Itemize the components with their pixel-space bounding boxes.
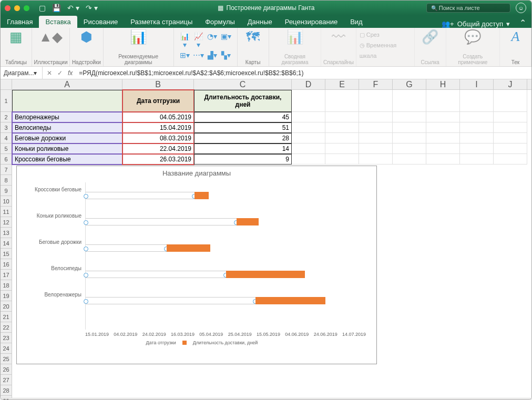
ribbon-text[interactable]: AТек: [500, 28, 531, 66]
cell[interactable]: 9: [194, 154, 292, 165]
tab-formulas[interactable]: Формулы: [199, 16, 241, 28]
row-header[interactable]: 6: [1, 154, 12, 165]
tab-draw[interactable]: Рисование: [77, 16, 124, 28]
cell[interactable]: [494, 122, 527, 133]
col-header-e[interactable]: E: [325, 79, 359, 89]
undo-icon[interactable]: ↶ ▾: [67, 4, 79, 12]
cell[interactable]: [292, 154, 325, 165]
row-header[interactable]: 28: [1, 385, 12, 396]
tab-page-layout[interactable]: Разметка страницы: [124, 16, 199, 28]
col-header-a[interactable]: A: [12, 79, 122, 89]
cell[interactable]: Дата отгрузки: [122, 90, 194, 112]
cell[interactable]: [460, 143, 494, 154]
autosave-icon[interactable]: ▢: [39, 4, 46, 12]
row-header[interactable]: 24: [1, 343, 12, 354]
cell[interactable]: [460, 154, 494, 165]
row-header[interactable]: 13: [1, 228, 12, 238]
cell[interactable]: [325, 143, 359, 154]
cell[interactable]: [460, 122, 494, 133]
cell[interactable]: Длительность доставки, дней: [194, 90, 292, 112]
cell[interactable]: [393, 143, 426, 154]
hier-chart-icon[interactable]: ▣▾: [220, 32, 232, 49]
row-header[interactable]: 15: [1, 249, 12, 259]
cell[interactable]: [292, 133, 325, 143]
cell[interactable]: [426, 143, 460, 154]
cell[interactable]: [393, 90, 426, 112]
row-header[interactable]: 16: [1, 259, 12, 270]
cell[interactable]: Кроссовки беговые: [12, 154, 122, 165]
cell[interactable]: [292, 122, 325, 133]
cell[interactable]: [494, 143, 527, 154]
line-chart-icon[interactable]: 📈▾: [193, 32, 204, 49]
row-header[interactable]: 27: [1, 375, 12, 385]
row-header[interactable]: 22: [1, 322, 12, 333]
row-header[interactable]: 23: [1, 333, 12, 343]
chart-object[interactable]: Название диаграммы Кроссовки беговые Кон…: [16, 166, 377, 364]
row-header[interactable]: 3: [1, 122, 12, 133]
bar-chart-icon[interactable]: 📊▾: [179, 32, 191, 49]
radar-chart-icon[interactable]: ▚▾: [220, 51, 232, 59]
ribbon-charts[interactable]: 📊▾📈▾◔▾▣▾ ⊞▾⋯▾▟▾▚▾: [174, 28, 238, 66]
cell[interactable]: 28: [194, 133, 292, 143]
ribbon-maps[interactable]: 🗺Карты: [238, 28, 269, 66]
chart-plot-area[interactable]: Кроссовки беговые Коньки роликовые Бегов…: [85, 182, 366, 330]
name-box[interactable]: Диаграм... ▾: [1, 67, 43, 79]
cell[interactable]: [494, 112, 527, 122]
cell[interactable]: Коньки роликовые: [12, 143, 122, 154]
cell[interactable]: [359, 122, 393, 133]
row-header[interactable]: 10: [1, 196, 12, 207]
col-header-d[interactable]: D: [292, 79, 325, 89]
select-all-corner[interactable]: [1, 79, 12, 90]
cell[interactable]: [325, 154, 359, 165]
cell[interactable]: [292, 112, 325, 122]
row-header[interactable]: 8: [1, 175, 12, 186]
pie-chart-icon[interactable]: ◔▾: [207, 32, 218, 49]
ribbon-illustrations[interactable]: ▲◆Иллюстрации: [32, 28, 70, 66]
cell[interactable]: 45: [194, 112, 292, 122]
cell[interactable]: [494, 154, 527, 165]
col-header-g[interactable]: G: [393, 79, 426, 89]
row-header[interactable]: 29: [1, 396, 12, 400]
cell[interactable]: 51: [194, 122, 292, 133]
cell[interactable]: 15.04.2019: [122, 122, 194, 133]
ribbon-addins[interactable]: ⬢Надстройки: [70, 28, 104, 66]
cell[interactable]: [494, 133, 527, 143]
cell[interactable]: [292, 143, 325, 154]
row-header[interactable]: 18: [1, 280, 12, 291]
cell[interactable]: 22.04.2019: [122, 143, 194, 154]
row-header[interactable]: 19: [1, 291, 12, 301]
redo-icon[interactable]: ↷ ▾: [86, 4, 98, 12]
cell[interactable]: [325, 133, 359, 143]
row-header[interactable]: 11: [1, 207, 12, 217]
ribbon-tables[interactable]: ▦Таблицы: [1, 28, 32, 66]
col-header-j[interactable]: J: [494, 79, 527, 89]
cell[interactable]: [359, 112, 393, 122]
cell[interactable]: [359, 133, 393, 143]
minimize-icon[interactable]: [14, 5, 20, 11]
maximize-icon[interactable]: [24, 5, 29, 11]
chart-title[interactable]: Название диаграммы: [17, 166, 376, 180]
tab-data[interactable]: Данные: [241, 16, 279, 28]
scatter-chart-icon[interactable]: ⋯▾: [193, 51, 204, 59]
row-header[interactable]: 14: [1, 238, 12, 249]
grid-body[interactable]: Дата отгрузки Длительность доставки, дне…: [12, 90, 531, 398]
cell[interactable]: 14: [194, 143, 292, 154]
cell[interactable]: [12, 90, 122, 112]
cell[interactable]: [393, 122, 426, 133]
col-header-c[interactable]: C: [194, 79, 292, 89]
cell[interactable]: 26.03.2019: [122, 154, 194, 165]
share-button[interactable]: 👥+ Общий доступ ▾: [442, 20, 510, 28]
fx-icon[interactable]: fx: [68, 69, 73, 77]
cell[interactable]: [460, 90, 494, 112]
cell[interactable]: [393, 133, 426, 143]
tab-review[interactable]: Рецензирование: [279, 16, 344, 28]
row-header[interactable]: 1: [1, 90, 12, 112]
save-icon[interactable]: 💾: [52, 4, 61, 12]
cell[interactable]: [426, 154, 460, 165]
cell[interactable]: 04.05.2019: [122, 112, 194, 122]
cell[interactable]: [426, 122, 460, 133]
account-icon[interactable]: ☺: [516, 3, 526, 13]
cell[interactable]: [359, 90, 393, 112]
enter-formula-icon[interactable]: ✓: [57, 69, 63, 77]
row-header[interactable]: 17: [1, 270, 12, 280]
